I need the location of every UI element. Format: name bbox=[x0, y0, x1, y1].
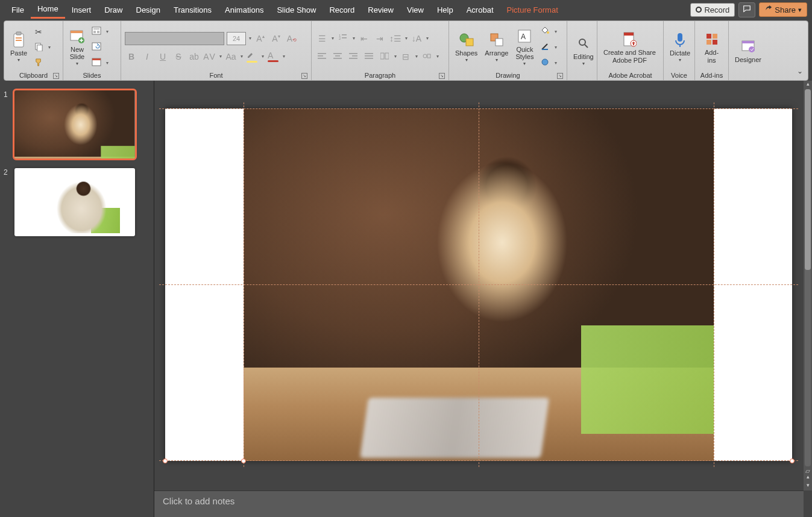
chevron-down-icon[interactable]: ▾ bbox=[426, 36, 429, 41]
chevron-down-icon[interactable]: ▾ bbox=[555, 45, 557, 50]
paragraph-dialog-launcher[interactable]: ↘ bbox=[439, 73, 445, 79]
chevron-down-icon[interactable]: ▾ bbox=[555, 29, 557, 34]
chevron-down-icon[interactable]: ▾ bbox=[555, 60, 557, 66]
font-dialog-launcher[interactable]: ↘ bbox=[301, 73, 307, 79]
chevron-down-icon[interactable]: ▾ bbox=[262, 54, 264, 59]
layout-button[interactable] bbox=[90, 25, 103, 39]
selection-handle[interactable] bbox=[163, 459, 168, 463]
selection-handle[interactable] bbox=[241, 459, 246, 463]
share-button[interactable]: Share ▾ bbox=[759, 2, 807, 17]
underline-button[interactable]: U bbox=[156, 50, 169, 63]
font-size-input[interactable] bbox=[227, 32, 246, 45]
notes-pane[interactable]: Click to add notes bbox=[154, 490, 804, 517]
addins-button[interactable]: Add-ins bbox=[699, 30, 725, 64]
slide-thumbnail-2[interactable] bbox=[14, 168, 135, 236]
align-left-button[interactable] bbox=[315, 50, 329, 63]
smartart-button[interactable] bbox=[420, 50, 433, 63]
tab-home[interactable]: Home bbox=[31, 1, 65, 19]
strikethrough-button[interactable]: S bbox=[172, 50, 185, 63]
numbering-button[interactable]: 12 bbox=[336, 32, 350, 45]
font-name-input[interactable] bbox=[125, 32, 224, 45]
slide-thumbnail-pane[interactable]: 1 2 bbox=[0, 81, 154, 517]
arrange-button[interactable]: Arrange▾ bbox=[482, 30, 511, 64]
line-spacing-button[interactable]: ↕☰ bbox=[389, 32, 402, 45]
chevron-down-icon[interactable]: ▾ bbox=[106, 60, 109, 66]
clear-formatting-button[interactable]: A⟲ bbox=[285, 32, 298, 45]
align-right-button[interactable] bbox=[347, 50, 360, 63]
editing-button[interactable]: Editing▾ bbox=[571, 34, 596, 68]
tab-insert[interactable]: Insert bbox=[65, 2, 98, 18]
tab-record[interactable]: Record bbox=[323, 2, 361, 18]
cut-button[interactable]: ✂ bbox=[32, 25, 45, 39]
tab-draw[interactable]: Draw bbox=[98, 2, 129, 18]
chevron-down-icon[interactable]: ▾ bbox=[283, 54, 285, 59]
previous-slide-button[interactable]: ▴ bbox=[804, 474, 812, 482]
new-slide-button[interactable]: New Slide ▾ bbox=[67, 27, 87, 68]
italic-button[interactable]: I bbox=[140, 50, 154, 63]
align-center-button[interactable] bbox=[331, 50, 344, 63]
dictate-button[interactable]: Dictate▾ bbox=[667, 30, 693, 64]
tab-review[interactable]: Review bbox=[361, 2, 400, 18]
reset-slide-button[interactable] bbox=[90, 41, 103, 54]
increase-indent-button[interactable]: ⇥ bbox=[373, 32, 386, 45]
chevron-down-icon[interactable]: ▾ bbox=[405, 36, 408, 41]
next-slide-button[interactable]: ▾ bbox=[804, 482, 812, 490]
tab-picture-format[interactable]: Picture Format bbox=[500, 2, 565, 18]
slide-canvas[interactable] bbox=[165, 108, 792, 461]
designer-button[interactable]: Designer bbox=[732, 37, 764, 64]
bullets-button[interactable]: ☰ bbox=[315, 32, 329, 45]
increase-font-button[interactable]: A▴ bbox=[254, 32, 267, 45]
section-button[interactable] bbox=[90, 57, 103, 70]
change-case-button[interactable]: Aa bbox=[224, 50, 238, 63]
shape-fill-button[interactable] bbox=[538, 25, 552, 39]
collapse-ribbon-button[interactable]: ⌄ bbox=[797, 67, 803, 75]
tab-design[interactable]: Design bbox=[130, 2, 167, 18]
quick-styles-button[interactable]: A Quick Styles▾ bbox=[513, 27, 536, 68]
shape-outline-button[interactable] bbox=[538, 41, 552, 54]
chevron-down-icon[interactable]: ▾ bbox=[436, 54, 439, 59]
tab-help[interactable]: Help bbox=[430, 2, 460, 18]
tab-animations[interactable]: Animations bbox=[218, 2, 270, 18]
columns-button[interactable] bbox=[378, 50, 391, 63]
scroll-up-button[interactable]: ▴ bbox=[804, 81, 812, 89]
chevron-down-icon[interactable]: ▾ bbox=[415, 54, 418, 59]
text-direction-button[interactable]: ↓A bbox=[410, 32, 423, 45]
format-painter-button[interactable] bbox=[32, 57, 45, 70]
create-share-pdf-button[interactable]: Create and Share Adobe PDF bbox=[601, 30, 658, 64]
vertical-scrollbar[interactable]: ▴ ▱ ▴ ▾ bbox=[804, 81, 812, 490]
shape-effects-button[interactable] bbox=[538, 57, 552, 70]
chevron-down-icon[interactable]: ▾ bbox=[106, 29, 109, 34]
highlight-button[interactable] bbox=[245, 50, 259, 63]
selection-handle[interactable] bbox=[790, 459, 795, 463]
align-text-button[interactable]: ⊟ bbox=[399, 50, 412, 63]
decrease-indent-button[interactable]: ⇤ bbox=[357, 32, 371, 45]
tab-acrobat[interactable]: Acrobat bbox=[460, 2, 500, 18]
record-icon bbox=[696, 7, 702, 13]
comments-button[interactable] bbox=[738, 2, 755, 17]
scroll-thumb[interactable] bbox=[805, 89, 811, 270]
chevron-down-icon[interactable]: ▾ bbox=[332, 36, 334, 41]
tab-transitions[interactable]: Transitions bbox=[167, 2, 218, 18]
font-color-button[interactable]: A bbox=[266, 50, 280, 63]
copy-button[interactable] bbox=[32, 41, 45, 54]
paste-button[interactable]: Paste ▾ bbox=[8, 30, 30, 64]
drawing-dialog-launcher[interactable]: ↘ bbox=[557, 73, 563, 79]
chevron-down-icon[interactable]: ▾ bbox=[353, 36, 355, 41]
justify-button[interactable] bbox=[362, 50, 376, 63]
decrease-font-button[interactable]: A▾ bbox=[269, 32, 283, 45]
slide-thumbnail-1[interactable] bbox=[14, 90, 135, 158]
tab-view[interactable]: View bbox=[400, 2, 430, 18]
chevron-down-icon[interactable]: ▾ bbox=[249, 36, 251, 41]
chevron-down-icon[interactable]: ▾ bbox=[48, 45, 51, 50]
chevron-down-icon[interactable]: ▾ bbox=[394, 54, 397, 59]
chevron-down-icon[interactable]: ▾ bbox=[241, 54, 243, 59]
record-button[interactable]: Record bbox=[690, 3, 735, 17]
clipboard-dialog-launcher[interactable]: ↘ bbox=[53, 73, 59, 79]
tab-slide-show[interactable]: Slide Show bbox=[270, 2, 323, 18]
char-spacing-button[interactable]: AV bbox=[203, 50, 216, 63]
shadow-button[interactable]: ab bbox=[187, 50, 201, 63]
tab-file[interactable]: File bbox=[5, 2, 31, 18]
shapes-button[interactable]: Shapes▾ bbox=[453, 30, 480, 64]
bold-button[interactable]: B bbox=[125, 50, 138, 63]
chevron-down-icon[interactable]: ▾ bbox=[219, 54, 222, 59]
